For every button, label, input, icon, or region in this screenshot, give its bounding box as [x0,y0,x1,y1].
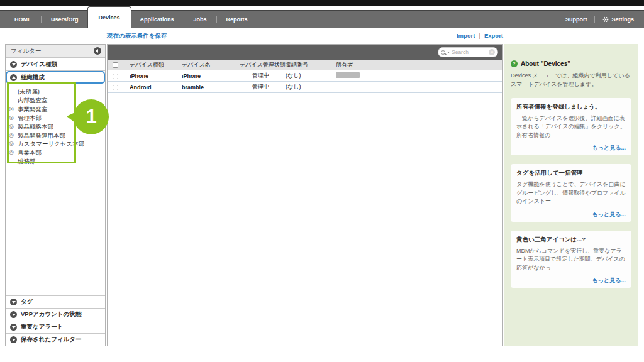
cell-device-name: iPhone [182,73,240,79]
org-item-label: 管理本部 [18,114,42,121]
more-link[interactable]: もっと見る... [592,145,626,151]
row-select-cell [108,72,130,79]
expand-node-icon[interactable]: ◎ [9,148,14,157]
more-link[interactable]: もっと見る... [592,211,626,217]
org-item-label: 製品戦略本部 [18,123,53,130]
expand-node-icon[interactable]: ◎ [9,114,14,123]
org-item-label: 総務部 [18,158,36,165]
collapse-sidebar-icon[interactable] [94,47,101,55]
help-title: About "Devices" [521,60,570,67]
balloon-tail [67,112,75,123]
org-item-label: 事業開発室 [18,106,48,112]
device-row[interactable]: Androidbramble管理中(なし) [108,82,502,93]
import-link[interactable]: Import [457,32,475,39]
annotation-balloon-1: 1 [74,99,109,134]
org-tree-item[interactable]: ◎カスタマーサクセス本部 [6,140,105,148]
expand-node-icon[interactable]: ◎ [9,131,14,140]
nav-tab-applications[interactable]: Applications [131,11,184,28]
help-card-body: MDMからコマンドを実行し、重要なアラート表示項目で設定した期間、デバイスの応答… [516,247,626,273]
device-table-body: iPhoneiPhone管理中(なし)Androidbramble管理中(なし) [108,70,502,93]
filter-sidebar-header: フィルター [6,45,105,58]
chevron-up-icon [10,74,17,81]
help-card-body: 一覧からデバイスを選択後、詳細画面に表示される「デバイスの編集」をクリック。所有… [516,114,626,140]
support-link[interactable]: Support [565,16,587,23]
column-header[interactable]: デバイス名 [182,61,240,69]
nav-separator [594,16,595,23]
filter-section-label: 重要なアラート [21,323,63,331]
help-intro: Devices メニューでは、組織内で利用しているスマートデバイスを管理します。 [511,72,631,89]
filter-section-label: 組織構成 [21,74,45,82]
filter-section-label: タグ [21,298,33,306]
filter-section[interactable]: 保存されたフィルター [6,333,105,346]
nav-tab-home[interactable]: HOME [5,11,41,28]
more-link[interactable]: もっと見る... [592,277,626,283]
search-input[interactable]: Search × [438,47,498,57]
cell-phone: (なし) [286,72,336,80]
annotation-number: 1 [86,106,96,128]
help-card-more-row: もっと見る... [516,141,626,152]
filter-section-label: デバイス種類 [21,60,57,69]
settings-link[interactable]: Settings [602,16,634,23]
filter-section[interactable]: 重要なアラート [6,321,105,333]
cell-mgmt-status: 管理中 [240,72,286,80]
help-title-row: ? About "Devices" [511,60,631,67]
save-view-link[interactable]: 現在の表示条件を保存 [107,32,167,40]
divider: | [479,32,480,39]
clear-search-icon[interactable]: × [489,49,495,55]
expand-node-icon[interactable]: ◎ [9,140,14,148]
settings-label: Settings [611,16,634,23]
window-top-strip [0,0,644,6]
column-header[interactable]: デバイス管理状態 [240,61,286,69]
nav-tab-reports[interactable]: Reports [217,11,257,28]
device-table-panel: Search × デバイス種類デバイス名デバイス管理状態電話番号所有者 iPho… [107,44,503,346]
help-card: タグを活用して一括管理タグ機能を使うことで、デバイスを自由にグルーピングし、情報… [511,164,631,222]
search-placeholder: Search [452,48,487,57]
device-row[interactable]: iPhoneiPhone管理中(なし) [108,70,502,82]
cell-device-name: bramble [182,84,240,90]
search-icon [441,50,445,55]
cell-phone: (なし) [286,83,336,91]
row-checkbox[interactable] [113,74,118,79]
search-scope-caret-icon[interactable] [447,52,450,53]
chevron-down-icon [10,299,17,305]
row-select-cell [108,84,130,90]
column-header[interactable]: 電話番号 [286,61,336,69]
cell-owner [336,72,502,79]
select-all-checkbox[interactable] [113,62,118,68]
org-item-label: 製品開発運用本部 [18,132,65,139]
help-card-title: 黄色い三角アイコンは...? [516,236,626,244]
column-header[interactable]: 所有者 [336,61,502,69]
nav-tab-users-org[interactable]: Users/Org [42,11,88,28]
help-card-title: 所有者情報を登録しましょう。 [516,103,626,111]
filter-sidebar: フィルター デバイス種類 組織構成 (未所属)内部監査室◎事業開発室◎管理本部◎… [5,44,106,346]
import-export: Import | Export [457,32,503,39]
filter-sections-bottom: タグVPPアカウントの状態重要なアラート保存されたフィルター [6,295,105,346]
row-checkbox[interactable] [113,85,118,90]
filter-section[interactable]: タグ [6,295,105,308]
org-item-label: 内部監査室 [18,97,48,104]
expand-node-icon[interactable]: ◎ [9,105,14,114]
filter-section-device-type[interactable]: デバイス種類 [6,58,105,71]
filter-section-label: VPPアカウントの状態 [21,310,81,319]
filter-section-label: 保存されたフィルター [21,336,82,344]
help-card: 所有者情報を登録しましょう。一覧からデバイスを選択後、詳細画面に表示される「デバ… [511,98,631,156]
chevron-down-icon [10,336,17,343]
redacted-owner [336,72,360,78]
org-tree-item[interactable]: ◎営業本部 [6,148,105,157]
filter-section[interactable]: VPPアカウントの状態 [6,308,105,321]
actions-bar: 現在の表示条件を保存 Import | Export [0,28,644,44]
nav-tab-jobs[interactable]: Jobs [184,11,216,28]
filter-section-org[interactable]: 組織構成 [6,71,105,84]
cell-device-type: iPhone [130,73,182,79]
table-toolbar: Search × [108,45,502,60]
org-item-label: (未所属) [18,88,40,95]
org-tree-item[interactable]: (未所属) [6,87,105,96]
chevron-down-icon [10,311,17,318]
org-tree-item[interactable]: 総務部 [6,157,105,166]
help-card-more-row: もっと見る... [516,273,626,285]
help-card-body: タグ機能を使うことで、デバイスを自由にグルーピングし、情報取得やプロファイルのイ… [516,180,626,206]
export-link[interactable]: Export [484,32,503,39]
column-header[interactable]: デバイス種類 [130,61,182,69]
expand-node-icon[interactable]: ◎ [9,123,14,131]
nav-tab-devices[interactable]: Devices [88,7,131,28]
